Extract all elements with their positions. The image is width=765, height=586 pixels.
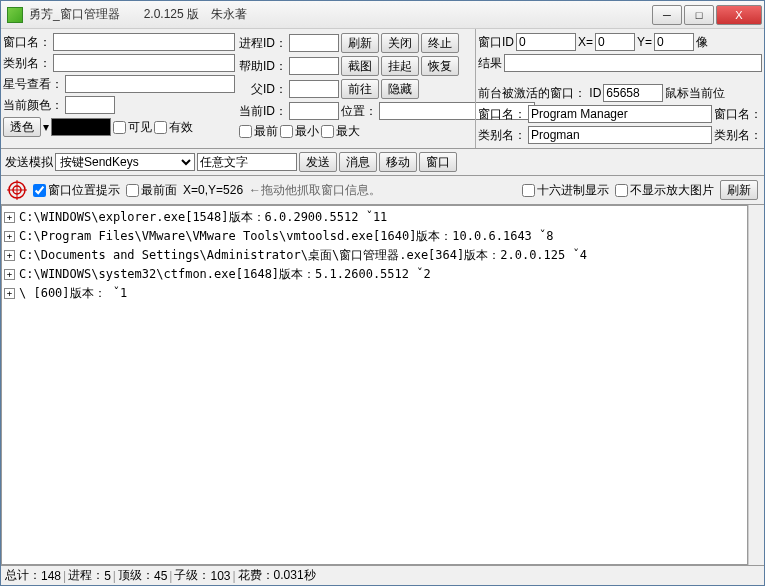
trans-color-button[interactable]: 透色 <box>3 117 41 137</box>
winname2-label: 窗口名： <box>478 106 526 123</box>
parent-input[interactable] <box>289 80 339 98</box>
active-id-input[interactable] <box>603 84 663 102</box>
expand-icon[interactable]: + <box>4 212 15 223</box>
terminate-button[interactable]: 终止 <box>421 33 459 53</box>
visible-checkbox[interactable]: 可见 <box>113 119 152 136</box>
y-label: Y= <box>637 35 652 49</box>
winname2-input[interactable] <box>528 105 712 123</box>
minimize-button[interactable]: ─ <box>652 5 682 25</box>
star-input[interactable] <box>65 75 235 93</box>
winid-input[interactable] <box>516 33 576 51</box>
tree-item[interactable]: +C:\Documents and Settings\Administrator… <box>4 246 745 265</box>
tree-item[interactable]: +C:\Program Files\VMware\VMware Tools\vm… <box>4 227 745 246</box>
tree-item-text: C:\Documents and Settings\Administrator\… <box>19 247 587 264</box>
goto-front-button[interactable]: 前往 <box>341 79 379 99</box>
winname3-label: 窗口名： <box>714 106 762 123</box>
restore-button[interactable]: 恢复 <box>421 56 459 76</box>
parent-label: 父ID： <box>251 81 287 98</box>
maximize-button[interactable]: □ <box>684 5 714 25</box>
x-label: X= <box>578 35 593 49</box>
y-input[interactable] <box>654 33 694 51</box>
result-label: 结果 <box>478 55 502 72</box>
close-win-button[interactable]: 关闭 <box>381 33 419 53</box>
window-button[interactable]: 窗口 <box>419 152 457 172</box>
expand-icon[interactable]: + <box>4 231 15 242</box>
class3-label: 类别名： <box>714 127 762 144</box>
expand-icon[interactable]: + <box>4 288 15 299</box>
process-tree[interactable]: +C:\WINDOWS\explorer.exe[1548]版本：6.0.290… <box>1 205 748 565</box>
vertical-scrollbar[interactable] <box>748 205 764 565</box>
curid-label: 当前ID： <box>239 103 287 120</box>
dropdown-icon[interactable]: ▾ <box>43 120 49 134</box>
move-button[interactable]: 移动 <box>379 152 417 172</box>
tree-item[interactable]: +C:\WINDOWS\explorer.exe[1548]版本：6.0.290… <box>4 208 745 227</box>
send-label: 发送模拟 <box>5 154 53 171</box>
tree-item[interactable]: +C:\WINDOWS\system32\ctfmon.exe[1648]版本：… <box>4 265 745 284</box>
refresh-button[interactable]: 刷新 <box>341 33 379 53</box>
curid-input[interactable] <box>289 102 339 120</box>
star-label: 星号查看： <box>3 76 63 93</box>
pid-input[interactable] <box>289 34 339 52</box>
current-color-swatch[interactable] <box>65 96 115 114</box>
winname-input[interactable] <box>53 33 235 51</box>
mouse-label: 鼠标当前位 <box>665 85 725 102</box>
class-label: 类别名： <box>3 55 51 72</box>
send-button[interactable]: 发送 <box>299 152 337 172</box>
topmost2-checkbox[interactable]: 最前面 <box>126 182 177 199</box>
class-input[interactable] <box>53 54 235 72</box>
suspend-button[interactable]: 挂起 <box>381 56 419 76</box>
window-title: 勇芳_窗口管理器 2.0.125 版 朱永著 <box>29 6 652 23</box>
showpos-checkbox[interactable]: 窗口位置提示 <box>33 182 120 199</box>
winname-label: 窗口名： <box>3 34 51 51</box>
class2-label: 类别名： <box>478 127 526 144</box>
capture-button[interactable]: 截图 <box>341 56 379 76</box>
class2-input[interactable] <box>528 126 712 144</box>
x-input[interactable] <box>595 33 635 51</box>
close-button[interactable]: X <box>716 5 762 25</box>
hide-button[interactable]: 隐藏 <box>381 79 419 99</box>
coords-text: X=0,Y=526 <box>183 183 243 197</box>
help-input[interactable] <box>289 57 339 75</box>
pid-label: 进程ID： <box>239 35 287 52</box>
send-text-input[interactable] <box>197 153 297 171</box>
max-checkbox[interactable]: 最大 <box>321 123 360 140</box>
color-label: 当前颜色： <box>3 97 63 114</box>
noimg-checkbox[interactable]: 不显示放大图片 <box>615 182 714 199</box>
target-icon[interactable] <box>7 180 27 200</box>
tree-item-text: C:\WINDOWS\system32\ctfmon.exe[1648]版本：5… <box>19 266 431 283</box>
tree-item[interactable]: +\ [600]版本： ˇ1 <box>4 284 745 303</box>
pos-label: 位置： <box>341 103 377 120</box>
titlebar: 勇芳_窗口管理器 2.0.125 版 朱永著 ─ □ X <box>1 1 764 29</box>
drag-hint: ←拖动他抓取窗口信息。 <box>249 182 381 199</box>
help-label: 帮助ID： <box>239 58 287 75</box>
px-label: 像 <box>696 34 708 51</box>
expand-icon[interactable]: + <box>4 269 15 280</box>
trans-color-swatch[interactable] <box>51 118 111 136</box>
min-checkbox[interactable]: 最小 <box>280 123 319 140</box>
active-label: 前台被激活的窗口： ID <box>478 85 601 102</box>
refresh2-button[interactable]: 刷新 <box>720 180 758 200</box>
topmost-checkbox[interactable]: 最前 <box>239 123 278 140</box>
statusbar: 总计：148| 进程：5| 顶级：45| 子级：103| 花费：0.031秒 <box>1 565 764 585</box>
hex-checkbox[interactable]: 十六进制显示 <box>522 182 609 199</box>
enabled-checkbox[interactable]: 有效 <box>154 119 193 136</box>
tree-item-text: C:\Program Files\VMware\VMware Tools\vmt… <box>19 228 554 245</box>
tree-item-text: \ [600]版本： ˇ1 <box>19 285 127 302</box>
result-input[interactable] <box>504 54 762 72</box>
message-button[interactable]: 消息 <box>339 152 377 172</box>
app-icon <box>7 7 23 23</box>
tree-item-text: C:\WINDOWS\explorer.exe[1548]版本：6.0.2900… <box>19 209 387 226</box>
send-mode-combo[interactable]: 按键SendKeys <box>55 153 195 171</box>
winid-label: 窗口ID <box>478 34 514 51</box>
expand-icon[interactable]: + <box>4 250 15 261</box>
